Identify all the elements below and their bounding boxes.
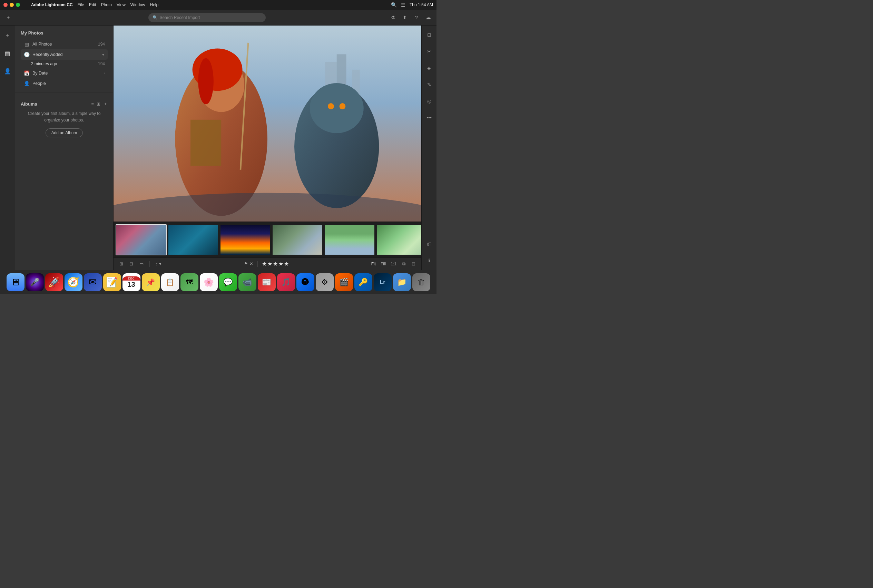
fill-button[interactable]: Fill — [379, 261, 387, 267]
menu-file[interactable]: File — [78, 2, 84, 7]
sub-item-label: 2 minutes ago — [31, 62, 98, 66]
filmstrip-thumb-3[interactable] — [220, 224, 271, 255]
star-5[interactable]: ★ — [284, 261, 289, 267]
dock-sysprefs[interactable]: ⚙ — [316, 273, 334, 291]
dock-claquette[interactable]: 🎬 — [335, 273, 353, 291]
brush-button[interactable]: ✎ — [424, 80, 434, 90]
more-options-button[interactable]: ••• — [424, 112, 434, 123]
cloud-sync-icon[interactable]: ☁ — [424, 14, 432, 22]
menu-window[interactable]: Window — [130, 2, 145, 7]
svg-point-12 — [339, 103, 346, 110]
dock-finder2[interactable]: 📁 — [393, 273, 411, 291]
dock-finder[interactable]: 🖥 — [6, 273, 24, 291]
fit-button[interactable]: Fit — [370, 261, 377, 267]
star-1[interactable]: ★ — [262, 261, 267, 267]
dock-safari[interactable]: 🧭 — [64, 273, 82, 291]
dock-notes[interactable]: 📝 — [103, 273, 121, 291]
minimize-button[interactable] — [10, 3, 14, 7]
people-sidebar-icon[interactable]: 👤 — [2, 66, 13, 76]
main-photo-area[interactable] — [114, 26, 422, 222]
photos-sidebar-icon[interactable]: ▤ — [2, 48, 13, 58]
dock-siri[interactable]: 🎤 — [26, 273, 44, 291]
filmstrip-thumb-6[interactable] — [376, 224, 422, 255]
dock-reminders[interactable]: 📋 — [161, 273, 179, 291]
dock-launchpad[interactable]: 🚀 — [45, 273, 63, 291]
dock-facetime[interactable]: 📹 — [238, 273, 256, 291]
albums-add-icon[interactable]: ＋ — [103, 101, 108, 107]
single-view-button[interactable]: ▭ — [138, 260, 145, 267]
filmstrip-thumb-5[interactable] — [324, 224, 375, 255]
menu-edit[interactable]: Edit — [89, 2, 96, 7]
notification-icon[interactable]: ☰ — [401, 2, 405, 8]
my-photos-section: My Photos ▤ All Photos 194 🕐 Recently Ad… — [15, 26, 113, 88]
maximize-button[interactable] — [16, 3, 20, 7]
adjustments-button[interactable]: ⊟ — [424, 30, 434, 40]
star-rating[interactable]: ★ ★ ★ ★ ★ — [262, 261, 289, 267]
albums-grid-view-icon[interactable]: ⊞ — [97, 102, 100, 106]
dock-photos[interactable]: 🌸 — [200, 273, 218, 291]
flag-controls[interactable]: ⚑ ✕ — [244, 261, 253, 266]
add-album-btn-wrap: Add an Album — [21, 128, 108, 137]
dock-maps[interactable]: 🗺 — [180, 273, 198, 291]
dock-1password[interactable]: 🔑 — [354, 273, 372, 291]
heal-button[interactable]: ◈ — [424, 63, 434, 73]
albums-list-view-icon[interactable]: ≡ — [91, 102, 94, 106]
help-icon[interactable]: ? — [412, 14, 421, 22]
compare-button[interactable]: ⧉ — [400, 260, 407, 268]
filmstrip-thumb-1[interactable] — [116, 224, 166, 255]
recently-added-item[interactable]: 🕐 Recently Added ▼ — [21, 50, 108, 60]
dock-calendar[interactable]: DEC13 — [123, 273, 141, 291]
add-photo-button[interactable]: ＋ — [4, 14, 12, 22]
recently-added-sub-item[interactable]: 2 minutes ago 194 — [21, 60, 108, 68]
grid-view-button[interactable]: ⊞ — [118, 260, 125, 267]
spotlight-icon[interactable]: 🔍 — [391, 2, 397, 8]
sidebar-icon-rail: ＋ ▤ 👤 — [0, 26, 15, 270]
tag-button[interactable]: 🏷 — [424, 239, 434, 249]
svg-point-11 — [328, 103, 334, 110]
filmstrip[interactable] — [114, 222, 422, 257]
recently-added-arrow: ▼ — [102, 53, 105, 57]
dock-music[interactable]: 🎵 — [277, 273, 295, 291]
star-2[interactable]: ★ — [267, 261, 272, 267]
by-date-label: By Date — [32, 71, 101, 76]
star-4[interactable]: ★ — [279, 261, 283, 267]
panel-divider — [15, 92, 113, 93]
star-3[interactable]: ★ — [273, 261, 278, 267]
radial-filter-button[interactable]: ◎ — [424, 96, 434, 106]
ratio-button[interactable]: 1:1 — [389, 261, 398, 267]
dock-mail[interactable]: ✉ — [84, 273, 102, 291]
menu-view[interactable]: View — [117, 2, 126, 7]
dock-news[interactable]: 📰 — [258, 273, 276, 291]
main-photo-image — [114, 26, 422, 222]
toolbar-center: 🔍 Search Recent Import — [28, 13, 386, 22]
square-grid-button[interactable]: ⊟ — [128, 260, 135, 267]
menu-photo[interactable]: Photo — [101, 2, 112, 7]
clock: Thu 1:54 AM — [410, 2, 433, 7]
dock-appstore[interactable]: 🅐 — [296, 273, 314, 291]
info-button[interactable]: ℹ — [424, 255, 434, 266]
add-album-button[interactable]: Add an Album — [45, 128, 83, 137]
traffic-lights — [3, 3, 20, 7]
filmstrip-thumb-2[interactable] — [168, 224, 219, 255]
filmstrip-thumb-4[interactable] — [272, 224, 323, 255]
info-overlay-button[interactable]: ⊡ — [410, 260, 417, 267]
all-photos-icon: ▤ — [24, 41, 30, 47]
all-photos-item[interactable]: ▤ All Photos 194 — [21, 39, 108, 50]
app-name[interactable]: Adobe Lightroom CC — [31, 2, 73, 7]
dock-trash[interactable]: 🗑 — [412, 273, 430, 291]
crop-button[interactable]: ✂ — [424, 46, 434, 57]
people-item[interactable]: 👤 People — [21, 78, 108, 88]
share-icon[interactable]: ⬆ — [400, 14, 409, 22]
by-date-item[interactable]: 📅 By Date ‹ — [21, 68, 108, 78]
dock-messages[interactable]: 💬 — [219, 273, 237, 291]
dock-lightroom[interactable]: Lr — [374, 273, 392, 291]
filter-icon[interactable]: ⚗ — [389, 14, 397, 22]
dock-stickies[interactable]: 📌 — [142, 273, 160, 291]
menu-help[interactable]: Help — [150, 2, 159, 7]
add-sidebar-icon[interactable]: ＋ — [2, 30, 13, 41]
sort-button[interactable]: ↕ ▾ — [154, 260, 163, 267]
close-button[interactable] — [3, 3, 8, 7]
thumb-image-2 — [168, 225, 218, 255]
search-bar[interactable]: 🔍 Search Recent Import — [148, 13, 266, 22]
fantasy-svg — [114, 26, 422, 222]
